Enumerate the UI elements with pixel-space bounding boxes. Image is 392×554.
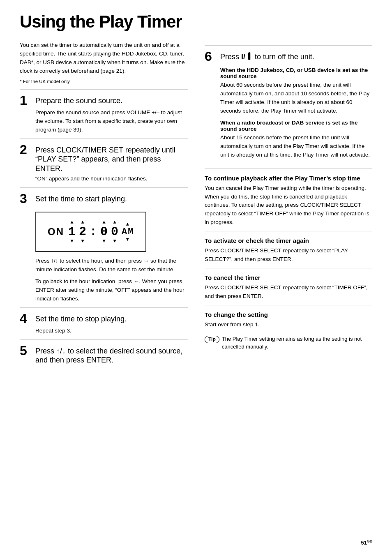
step-3-body-2: To go back to the hour indication, press… bbox=[35, 277, 188, 303]
step-3-number: 3 bbox=[20, 192, 31, 205]
display-char-3: 0 bbox=[100, 220, 108, 244]
intro-text: You can set the timer to automatically t… bbox=[20, 41, 188, 76]
step-6-block: 6 Press I/⏽ to turn off the unit. When t… bbox=[205, 50, 372, 159]
step-2-number: 2 bbox=[20, 143, 31, 156]
step-5-block: 5 Press ↑/↓ to select the desired sound … bbox=[20, 344, 188, 365]
tip-label: Tip bbox=[205, 336, 219, 343]
step-6-header: 6 Press I/⏽ to turn off the unit. bbox=[205, 50, 372, 63]
cancel-timer-text: Press CLOCK/TIMER SELECT repeatedly to s… bbox=[205, 284, 372, 301]
arrow-up-am bbox=[126, 222, 130, 227]
cancel-timer-heading: To cancel the timer bbox=[205, 274, 372, 281]
divider-right-4 bbox=[205, 268, 372, 268]
step-6-title: Press I/⏽ to turn off the unit. bbox=[220, 50, 314, 62]
step-6-subsections: When the HDD Jukebox, CD, or USB device … bbox=[220, 67, 372, 159]
arrow-down-3 bbox=[102, 239, 106, 244]
continue-playback-heading: To continue playback after the Play Time… bbox=[205, 175, 372, 182]
step-4-block: 4 Set the time to stop playing. Repeat s… bbox=[20, 312, 188, 335]
step-2-block: 2 Press CLOCK/TIMER SET repeatedly until… bbox=[20, 143, 188, 183]
display-on-label: ON bbox=[48, 226, 64, 238]
step-3-header: 3 Set the time to start playing. bbox=[20, 192, 188, 205]
step-4-body: Repeat step 3. bbox=[35, 327, 188, 335]
step-5-title: Press ↑/↓ to select the desired sound so… bbox=[35, 344, 188, 365]
display-colon: : bbox=[90, 225, 98, 239]
change-setting-text: Start over from step 1. bbox=[205, 321, 372, 329]
right-side-sections: To continue playback after the Play Time… bbox=[205, 169, 372, 351]
right-column: 6 Press I/⏽ to turn off the unit. When t… bbox=[205, 41, 372, 367]
step-4-title: Set the time to stop playing. bbox=[35, 312, 127, 324]
arrow-down-am bbox=[126, 237, 130, 242]
step-1-header: 1 Prepare the sound source. bbox=[20, 94, 188, 107]
display-char-2: 2 bbox=[79, 220, 87, 244]
arrow-up-2 bbox=[81, 220, 85, 225]
step-4-number: 4 bbox=[20, 312, 31, 325]
step-5-number: 5 bbox=[20, 344, 31, 357]
page-number: 51GB bbox=[361, 539, 372, 546]
step-2-header: 2 Press CLOCK/TIMER SET repeatedly until… bbox=[20, 143, 188, 173]
left-column: You can set the timer to automatically t… bbox=[20, 41, 188, 367]
display-char-am: AM bbox=[122, 222, 134, 242]
change-setting-heading: To change the setting bbox=[205, 311, 372, 318]
arrow-down-4 bbox=[113, 239, 117, 244]
tip-box: Tip The Play Timer setting remains as lo… bbox=[205, 335, 372, 351]
arrow-up-4 bbox=[113, 220, 117, 225]
step-1-block: 1 Prepare the sound source. Prepare the … bbox=[20, 94, 188, 134]
display-char-4: 0 bbox=[111, 220, 119, 244]
step-4-header: 4 Set the time to stop playing. bbox=[20, 312, 188, 325]
step-1-title: Prepare the sound source. bbox=[35, 94, 122, 106]
divider-3 bbox=[20, 187, 188, 188]
step-6-sub1-text: About 60 seconds before the preset time,… bbox=[220, 81, 372, 115]
arrow-down-2 bbox=[81, 239, 85, 244]
step-6-sub2-heading: When a radio broadcast or DAB service is… bbox=[220, 120, 372, 132]
step-2-body: “ON” appears and the hour indication fla… bbox=[35, 175, 188, 183]
activate-check-text: Press CLOCK/TIMER SELECT repeatedly to s… bbox=[205, 247, 372, 264]
divider-1 bbox=[20, 89, 188, 90]
step-3-block: 3 Set the time to start playing. ON 1 bbox=[20, 192, 188, 303]
divider-2 bbox=[20, 138, 188, 139]
step-3-body-1: Press ↑/↓ to select the hour, and then p… bbox=[35, 257, 188, 274]
divider-5 bbox=[20, 339, 188, 340]
activate-check-heading: To activate or check the timer again bbox=[205, 237, 372, 244]
arrow-up-1 bbox=[70, 220, 74, 225]
step-5-header: 5 Press ↑/↓ to select the desired sound … bbox=[20, 344, 188, 365]
display-box: ON 1 2 : bbox=[35, 212, 146, 252]
step-6-number: 6 bbox=[205, 50, 216, 63]
step-6-sub2-text: About 15 seconds before the preset time … bbox=[220, 134, 372, 159]
divider-right-5 bbox=[205, 305, 372, 305]
display-time-arrows: 1 2 : 0 bbox=[68, 220, 134, 244]
continue-playback-text: You can cancel the Play Timer setting wh… bbox=[205, 184, 372, 227]
tip-text: The Play Timer setting remains as long a… bbox=[222, 335, 372, 351]
footnote-text: * For the UK model only bbox=[20, 78, 188, 85]
divider-4 bbox=[20, 307, 188, 308]
display-char-1: 1 bbox=[68, 220, 76, 244]
arrow-down-1 bbox=[70, 239, 74, 244]
divider-right-3 bbox=[205, 231, 372, 231]
step-1-number: 1 bbox=[20, 94, 31, 107]
step-2-title: Press CLOCK/TIMER SET repeatedly until “… bbox=[35, 143, 188, 173]
page-title: Using the Play Timer bbox=[20, 12, 372, 31]
divider-right-top bbox=[205, 45, 372, 46]
arrow-up-3 bbox=[102, 220, 106, 225]
step-1-body: Prepare the sound source and press VOLUM… bbox=[35, 108, 188, 134]
step-3-title: Set the time to start playing. bbox=[35, 192, 127, 204]
step-6-sub1-heading: When the HDD Jukebox, CD, or USB device … bbox=[220, 67, 372, 79]
divider-right-2 bbox=[205, 169, 372, 169]
